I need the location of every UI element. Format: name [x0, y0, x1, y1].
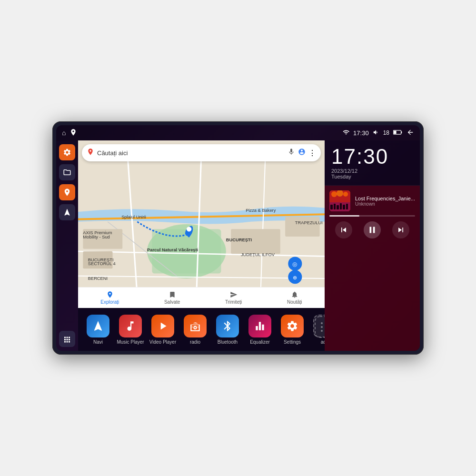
music-prev-button[interactable] — [335, 221, 352, 238]
svg-rect-56 — [346, 204, 348, 209]
sidebar-maps-button[interactable] — [59, 184, 75, 200]
map-explore-button[interactable]: Explorați — [100, 291, 119, 305]
right-panel: 17:30 2023/12/12 Tuesday — [325, 140, 420, 351]
svg-rect-16 — [285, 217, 320, 236]
map-saved-label: Salvate — [164, 299, 180, 305]
wifi-icon — [343, 129, 349, 137]
music-player-app-icon[interactable]: Music Player — [114, 315, 147, 345]
sidebar-files-button[interactable] — [59, 164, 75, 180]
add-label: add — [321, 339, 325, 345]
svg-point-35 — [89, 150, 91, 151]
navi-icon-circle — [87, 315, 109, 337]
status-time: 17:30 — [353, 129, 369, 137]
svg-text:⊕: ⊕ — [293, 275, 297, 280]
music-pause-button[interactable] — [364, 221, 381, 238]
radio-icon-circle — [184, 315, 207, 337]
equalizer-app-icon[interactable]: Equalizer — [244, 315, 276, 345]
clock-time: 17:30 — [331, 146, 413, 167]
svg-text:Splaiul Unirii: Splaiul Unirii — [121, 215, 146, 219]
svg-text:◎: ◎ — [292, 261, 297, 268]
music-title: Lost Frequencies_Janie... — [355, 196, 415, 201]
clock-widget: 17:30 2023/12/12 Tuesday — [325, 140, 420, 186]
video-player-label: Video Player — [149, 339, 177, 345]
add-app-icon[interactable]: add — [308, 315, 325, 345]
settings-app-label: Settings — [284, 339, 301, 345]
center-area: AXIS Premium Mobility - Sud Pizza & Bake… — [78, 140, 325, 351]
svg-point-34 — [187, 227, 191, 231]
svg-point-40 — [321, 326, 323, 328]
svg-text:TRAPEZULUI: TRAPEZULUI — [295, 220, 323, 225]
status-right: 17:30 18 — [343, 129, 414, 138]
bluetooth-icon-circle — [216, 315, 239, 337]
battery-icon — [393, 129, 403, 137]
map-news-button[interactable]: Noutăți — [287, 291, 302, 305]
add-dashed-border — [314, 316, 325, 338]
svg-rect-1 — [394, 130, 397, 134]
device-outer: ⌂ 17:30 — [52, 121, 424, 355]
maps-status-icon[interactable] — [69, 129, 77, 138]
svg-text:BUCUREȘTI: BUCUREȘTI — [226, 238, 252, 242]
bluetooth-app-icon[interactable]: Bluetooth — [211, 315, 244, 345]
map-explore-label: Explorați — [100, 299, 119, 305]
music-progress-bar[interactable] — [329, 215, 415, 217]
music-progress-fill — [329, 215, 359, 217]
svg-rect-51 — [330, 205, 333, 209]
main-content: AXIS Premium Mobility - Sud Pizza & Bake… — [56, 140, 420, 351]
map-bottom-bar: Explorați Salvate Trimiteți — [78, 287, 325, 308]
svg-rect-53 — [337, 205, 339, 209]
map-search-input[interactable]: Căutați aici — [97, 149, 285, 157]
video-icon-circle — [151, 315, 174, 337]
map-settings-icon[interactable]: ⋮ — [308, 149, 316, 158]
svg-text:JUDEȚUL ILFOV: JUDEȚUL ILFOV — [241, 252, 275, 257]
home-icon[interactable]: ⌂ — [62, 129, 66, 137]
google-maps-icon — [87, 148, 94, 158]
music-next-button[interactable] — [392, 221, 409, 238]
map-search-bar[interactable]: Căutați aici — [82, 144, 321, 161]
profile-icon[interactable] — [298, 148, 306, 158]
map-svg: AXIS Premium Mobility - Sud Pizza & Bake… — [78, 140, 325, 308]
equalizer-label: Equalizer — [250, 339, 270, 345]
music-album-art-inner — [329, 190, 350, 211]
map-send-button[interactable]: Trimiteți — [225, 291, 242, 305]
music-info-row: Lost Frequencies_Janie... Unknown — [329, 190, 415, 211]
album-art-svg — [329, 190, 350, 211]
video-player-app-icon[interactable]: Video Player — [147, 315, 179, 345]
music-text: Lost Frequencies_Janie... Unknown — [355, 196, 415, 207]
sidebar-settings-button[interactable] — [59, 144, 75, 160]
svg-rect-52 — [334, 204, 336, 209]
radio-app-icon[interactable]: radio — [179, 315, 211, 345]
mic-icon[interactable] — [288, 148, 295, 158]
music-player-label: Music Player — [117, 339, 144, 345]
status-bar: ⌂ 17:30 — [56, 125, 420, 140]
music-artist: Unknown — [355, 201, 415, 207]
sidebar-grid-button[interactable] — [59, 331, 75, 347]
navi-app-icon[interactable]: Navi — [82, 315, 114, 345]
music-controls — [329, 221, 415, 238]
svg-point-43 — [321, 330, 323, 332]
svg-text:Mobility - Sud: Mobility - Sud — [83, 235, 109, 239]
svg-text:SECTORUL 4: SECTORUL 4 — [88, 261, 116, 266]
clock-day: Tuesday — [331, 174, 351, 179]
music-icon-circle — [119, 315, 142, 337]
map-saved-button[interactable]: Salvate — [164, 291, 180, 305]
back-icon[interactable] — [407, 129, 414, 138]
svg-point-37 — [321, 322, 323, 324]
music-album-art — [329, 190, 350, 211]
map-container: AXIS Premium Mobility - Sud Pizza & Bake… — [78, 140, 325, 308]
svg-rect-55 — [343, 205, 345, 209]
volume-icon — [373, 129, 379, 137]
map-widget[interactable]: AXIS Premium Mobility - Sud Pizza & Bake… — [78, 140, 325, 308]
add-icon-circle — [313, 315, 325, 337]
music-widget: Lost Frequencies_Janie... Unknown — [325, 186, 420, 351]
settings-icon-circle — [281, 315, 304, 337]
svg-text:Parcul Natural Văcărești: Parcul Natural Văcărești — [147, 248, 198, 252]
status-left: ⌂ — [62, 129, 77, 138]
clock-date-value: 2023/12/12 — [331, 168, 357, 174]
bluetooth-label: Bluetooth — [218, 339, 238, 345]
svg-rect-36 — [315, 317, 325, 337]
map-news-label: Noutăți — [287, 299, 302, 305]
sidebar-nav-button[interactable] — [59, 204, 75, 220]
navi-label: Navi — [93, 339, 103, 345]
settings-app-icon[interactable]: Settings — [276, 315, 308, 345]
equalizer-icon-circle — [248, 315, 271, 337]
